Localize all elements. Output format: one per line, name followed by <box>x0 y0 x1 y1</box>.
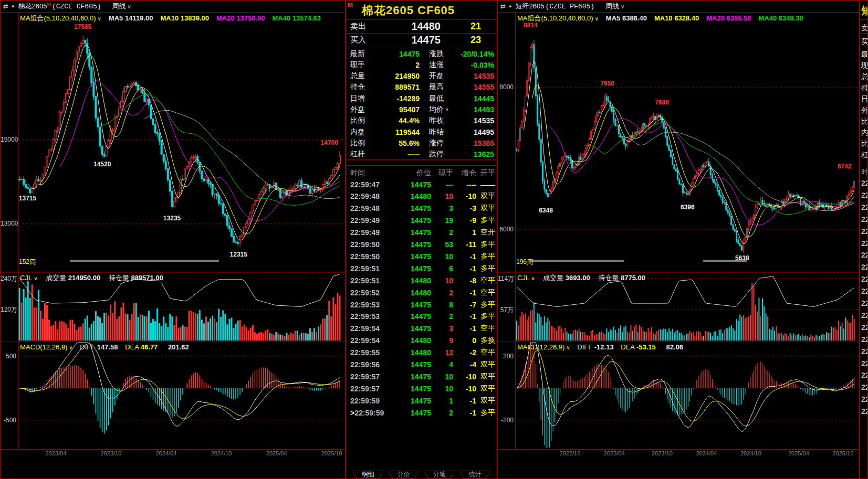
chevron-down-icon: ∨ <box>531 275 535 281</box>
quote-row: 杠杆----- <box>350 149 420 160</box>
tick-lots: 19 <box>431 216 453 225</box>
quote-label: 比例 <box>350 116 365 125</box>
tick-lots: 2 <box>431 289 453 297</box>
quote-row: 涨停15365 <box>429 137 494 148</box>
ma-indicator-legend[interactable]: MA组合(5,10,20,40,60,0)∨MA5 14119.00MA10 1… <box>20 14 321 23</box>
tick-open-close: 多平 <box>476 240 497 249</box>
chevron-down-icon: ∨ <box>595 16 599 22</box>
quote-label: 外盘 <box>350 105 365 114</box>
tick-oi-change: -1 <box>453 252 476 261</box>
triangle-down-icon[interactable]: ▼ <box>445 107 449 112</box>
price-axis-tick: 15000 <box>1 136 16 143</box>
clipped-quote-label: 现 <box>861 61 868 70</box>
period-selector[interactable]: 周线∨ <box>605 2 624 11</box>
link-icon[interactable]: ⇄ <box>500 3 505 10</box>
quote-value: 95407 <box>399 105 420 114</box>
ma-indicator-legend[interactable]: MA组合(5,10,20,40,60,0)∨MA5 6386.40MA10 63… <box>517 14 803 23</box>
tab-统计[interactable]: 统计 <box>459 471 491 478</box>
tick-row: 22:59:511448010-8空平 <box>346 274 497 286</box>
history-scrollbar[interactable] <box>70 260 219 262</box>
tick-row: 22:59:501447510-1多平 <box>346 250 497 262</box>
volume-pane-header[interactable]: CJL∨ 成交量 3693.00 持仓量 8775.00 <box>517 273 645 283</box>
tick-oi-change: -11 <box>453 240 476 249</box>
x-axis-tick: 2025/04 <box>266 450 287 456</box>
volume-axis-tick: 114万 <box>498 274 514 283</box>
tick-oi-change: -2 <box>453 348 476 357</box>
tab-分笔[interactable]: 分笔 <box>423 471 456 478</box>
price-annotation: 6348 <box>539 207 553 214</box>
macd-axis-tick: 200 <box>498 353 514 360</box>
tick-row: 22:59:53144752-1多平 <box>346 311 497 323</box>
quote-value: 2 <box>415 61 420 69</box>
clipped-time: 22:5 <box>861 371 868 379</box>
tick-oi-change: -1 <box>453 289 476 297</box>
tick-oi-change: -1 <box>453 409 476 417</box>
quote-row: 比例44.4% <box>350 115 420 126</box>
tick-lots: 2 <box>431 228 453 237</box>
tab-分价[interactable]: 分价 <box>388 471 420 478</box>
visible-weeks-label: 196周 <box>516 258 533 267</box>
tick-oi-change: -10 <box>453 372 476 381</box>
candlestick-chart-polyester[interactable] <box>498 1 860 479</box>
tick-col-header: 时间 <box>346 168 389 178</box>
price-annotation: 13235 <box>163 215 181 222</box>
quote-label: 内盘 <box>350 127 365 137</box>
tick-lots: 53 <box>431 240 453 249</box>
tick-col-header: 现手 <box>431 168 453 178</box>
tick-col-header: 价位 <box>389 168 431 178</box>
tick-time: 22:59:53 <box>346 312 389 321</box>
chevron-down-icon: ∨ <box>621 4 624 9</box>
quote-value: -14289 <box>396 94 420 103</box>
tick-row: 22:59:59144751-1双平 <box>346 395 497 407</box>
bid-qty: 23 <box>441 35 497 46</box>
clipped-quote-label: 持 <box>861 83 868 93</box>
contract-title: 棉花2605 CF605 <box>362 3 455 18</box>
tick-oi-change: -9 <box>453 216 476 225</box>
clipped-quote-label: 比 <box>861 117 868 126</box>
tick-price: 14475 <box>389 372 431 381</box>
history-scrollbar[interactable] <box>529 260 624 262</box>
tick-oi-change: 0 <box>453 336 476 345</box>
tick-open-close: —— <box>476 180 497 189</box>
price-annotation: 12315 <box>230 251 247 258</box>
visible-weeks-label: 152周 <box>19 258 36 267</box>
clipped-time: 22:5 <box>861 383 868 391</box>
tick-row: >22:59:59144752-1多平 <box>346 407 497 419</box>
candlestick-chart-cotton[interactable] <box>1 1 346 479</box>
tab-明细[interactable]: 明细 <box>352 471 384 478</box>
clipped-time: 22:5 <box>861 179 868 187</box>
tick-open-close: 空平 <box>476 348 497 357</box>
tick-oi-change: -10 <box>453 385 476 393</box>
quote-row: 跌停13625 <box>429 149 494 160</box>
ma-value-ma5: MA5 14119.00 <box>109 14 153 22</box>
quote-value: 214950 <box>395 72 420 80</box>
tick-time: 22:59:52 <box>346 289 389 297</box>
tick-row: 22:59:491447519-9多平 <box>346 215 497 227</box>
macd-pane-header[interactable]: MACD(12,26,9)∨ DIFF -12.13 DEA -53.15 82… <box>517 343 683 351</box>
quote-value: 14555 <box>474 83 494 91</box>
ma-value-ma20: MA20 13750.00 <box>216 14 265 22</box>
period-selector[interactable]: 周线∨ <box>112 2 131 11</box>
tick-lots: 10 <box>431 252 453 261</box>
price-annotation: 13715 <box>19 195 36 202</box>
tick-time: 22:59:54 <box>346 336 389 345</box>
price-annotation: 6396 <box>681 204 695 211</box>
quote-row: 最新14475 <box>350 48 420 59</box>
x-axis-tick: 2023/10 <box>652 450 673 456</box>
tick-price: 14475 <box>389 180 431 189</box>
macd-pane-header[interactable]: MACD(12,26,9)∨ DIFF 147.58 DEA 46.77 201… <box>20 343 189 351</box>
x-axis-tick: 2025/04 <box>788 450 809 456</box>
tick-row: 22:59:48144753-3双平 <box>346 203 497 215</box>
tick-price: 14480 <box>389 192 431 200</box>
chevron-down-icon: ∨ <box>566 345 570 350</box>
quote-row: 昨收14535 <box>429 115 494 126</box>
link-icon[interactable]: ⇄ <box>3 3 8 10</box>
tick-price: 14480 <box>389 289 431 297</box>
tick-oi-change: -1 <box>453 264 476 273</box>
quote-value: 14495 <box>474 128 494 136</box>
tick-lots: 4 <box>431 360 453 369</box>
ask-price: 14480 <box>380 20 441 33</box>
clipped-quote-label: 外 <box>861 106 868 115</box>
volume-pane-header[interactable]: CJL∨ 成交量 214950.00 持仓量 889571.00 <box>20 273 163 283</box>
quote-value: 14493 <box>474 105 494 114</box>
